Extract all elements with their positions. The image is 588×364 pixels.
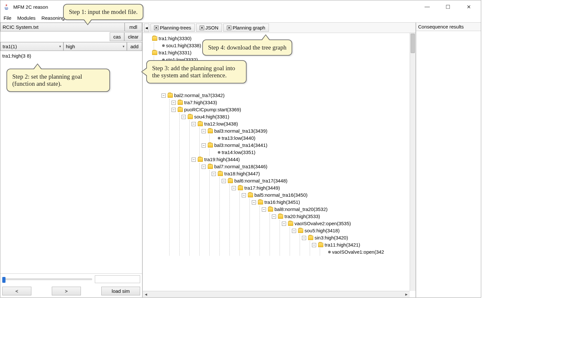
tree-node[interactable]: tra18:high(3447) <box>224 170 260 177</box>
tree-node[interactable]: vaoISOvalve1:open(342 <box>332 248 384 256</box>
menu-file[interactable]: File <box>2 15 13 21</box>
chevron-down-icon: ▾ <box>123 44 125 49</box>
tab-close-icon[interactable]: ✕ <box>200 26 204 30</box>
collapse-icon[interactable]: − <box>212 172 216 176</box>
collapse-icon[interactable]: − <box>172 108 176 112</box>
folder-icon <box>188 115 193 119</box>
tree-node[interactable]: puoRCICpump:start(3369) <box>184 106 241 113</box>
tree-node[interactable]: tra19:high(3444) <box>204 156 240 163</box>
tree-node[interactable]: bal5:normal_tra16(3450) <box>254 192 307 199</box>
vertical-scrollbar[interactable] <box>410 33 416 291</box>
tree-node[interactable]: sou1:high(3338) <box>166 42 201 49</box>
collapse-icon[interactable]: − <box>172 101 176 105</box>
folder-icon <box>258 200 263 204</box>
function-select[interactable]: tra1(1) ▾ <box>0 42 63 51</box>
collapse-icon[interactable]: − <box>202 143 206 148</box>
tree-node[interactable]: tra1:high(3331) <box>159 49 192 56</box>
goal-item[interactable]: tra1:high(3 8) <box>2 53 140 59</box>
sim-value-field[interactable] <box>95 275 140 283</box>
sim-slider[interactable] <box>2 278 92 280</box>
tree-node[interactable]: bal2:normal_tra7(3342) <box>174 92 225 99</box>
cas-button[interactable]: cas <box>110 32 124 41</box>
minimize-button[interactable]: — <box>421 2 433 11</box>
menu-modules[interactable]: Modules <box>16 15 37 21</box>
tab-json[interactable]: ✕JSON <box>196 24 222 32</box>
folder-icon <box>318 243 323 247</box>
tree-node[interactable]: tra20:high(3533) <box>284 213 320 220</box>
tree-node[interactable]: tra13:low(3440) <box>222 135 255 142</box>
tree-node[interactable]: tra7:high(3343) <box>184 99 217 106</box>
folder-icon <box>208 143 213 148</box>
collapse-icon[interactable]: − <box>192 158 196 162</box>
mdl-button[interactable]: mdl <box>125 23 142 31</box>
collapse-icon[interactable]: − <box>252 200 256 204</box>
collapse-icon[interactable]: − <box>312 243 316 247</box>
collapse-icon[interactable]: − <box>272 215 276 219</box>
collapse-icon[interactable]: − <box>242 193 246 197</box>
prev-button[interactable]: < <box>2 287 31 295</box>
collapse-icon[interactable]: − <box>182 115 186 119</box>
tree-node[interactable]: tra16:high(3451) <box>264 199 300 206</box>
left-pane: RCIC System.txt mdl cas clear tra1(1) ▾ … <box>0 23 143 297</box>
folder-icon <box>248 193 253 197</box>
tab-close-icon[interactable]: ✕ <box>227 26 231 30</box>
tree-node[interactable]: tra1:high(3330) <box>159 35 192 42</box>
clear-button[interactable]: clear <box>124 32 142 41</box>
leaf-icon <box>162 44 165 47</box>
collapse-icon[interactable]: − <box>292 229 296 233</box>
tab-planning-trees[interactable]: ✕Planning-trees <box>150 24 195 32</box>
tree-node[interactable]: sin3:high(3420) <box>315 234 348 241</box>
tree-node[interactable]: tra14:low(3351) <box>222 149 255 156</box>
chevron-down-icon: ▾ <box>59 44 61 49</box>
collapse-icon[interactable]: − <box>161 94 166 98</box>
folder-icon <box>152 36 157 41</box>
collapse-icon[interactable]: − <box>192 122 196 126</box>
tab-bar: ◂ ✕Planning-trees ✕JSON ✕Planning graph <box>143 23 416 33</box>
leaf-icon <box>218 151 220 154</box>
tree-node[interactable]: tra12:low(3438) <box>204 120 238 127</box>
folder-icon <box>238 186 243 190</box>
load-sim-button[interactable]: load sim <box>101 287 140 295</box>
tree-node[interactable]: bal8:normal_tra20(3532) <box>274 206 327 213</box>
close-button[interactable]: ✕ <box>463 2 474 11</box>
state-select-value: high <box>66 44 75 49</box>
tree-node[interactable]: bal3:normal_tra13(3439) <box>214 127 267 135</box>
menu-reasoning[interactable]: Reasoning <box>40 15 66 21</box>
collapse-icon[interactable]: − <box>282 222 286 226</box>
callout-step1: Step 1: input the model file. <box>63 4 143 20</box>
horizontal-scrollbar[interactable]: ◄► <box>143 291 410 297</box>
collapse-icon[interactable]: − <box>222 179 226 183</box>
tree-node[interactable]: tra11:high(3421) <box>325 241 360 248</box>
tree-node[interactable]: sou4:high(3381) <box>194 113 229 120</box>
tree-node[interactable]: tra17:high(3449) <box>244 184 280 192</box>
tree-node[interactable]: bal7:normal_tra18(3446) <box>214 163 267 170</box>
folder-icon <box>228 179 233 183</box>
folder-icon <box>198 122 203 126</box>
folder-icon <box>168 93 173 98</box>
consequence-panel: Consequence results <box>416 23 481 297</box>
callout-step2: Step 2: set the planning goal (function … <box>6 69 110 92</box>
tree-node[interactable]: vaoISOvalve2:open(3535) <box>294 220 351 227</box>
collapse-icon[interactable]: − <box>262 207 266 212</box>
maximize-button[interactable]: ☐ <box>442 2 454 11</box>
tree-node[interactable]: sou5:high(3418) <box>305 227 339 234</box>
callout-step3: Step 3: add the planning goal into the s… <box>146 60 247 83</box>
collapse-icon[interactable]: − <box>202 165 206 169</box>
folder-icon <box>288 221 293 226</box>
model-file-field[interactable]: RCIC System.txt <box>0 23 125 31</box>
tab-planning-graph[interactable]: ✕Planning graph <box>223 24 269 32</box>
collapse-icon[interactable]: − <box>202 129 206 133</box>
java-icon <box>3 3 11 11</box>
tab-close-icon[interactable]: ✕ <box>154 26 159 30</box>
add-button[interactable]: add <box>127 42 142 51</box>
collapse-icon[interactable]: − <box>232 186 236 190</box>
folder-icon <box>298 228 303 233</box>
folder-icon <box>178 107 183 112</box>
next-button[interactable]: > <box>52 287 81 295</box>
tree-node[interactable]: bal3:normal_tra14(3441) <box>214 142 267 149</box>
collapse-icon[interactable]: − <box>302 236 306 240</box>
folder-icon <box>278 214 283 219</box>
tree-node[interactable]: bal6:normal_tra17(3448) <box>234 177 287 184</box>
tab-overflow-left[interactable]: ◂ <box>144 24 149 32</box>
state-select[interactable]: high ▾ <box>63 42 127 51</box>
